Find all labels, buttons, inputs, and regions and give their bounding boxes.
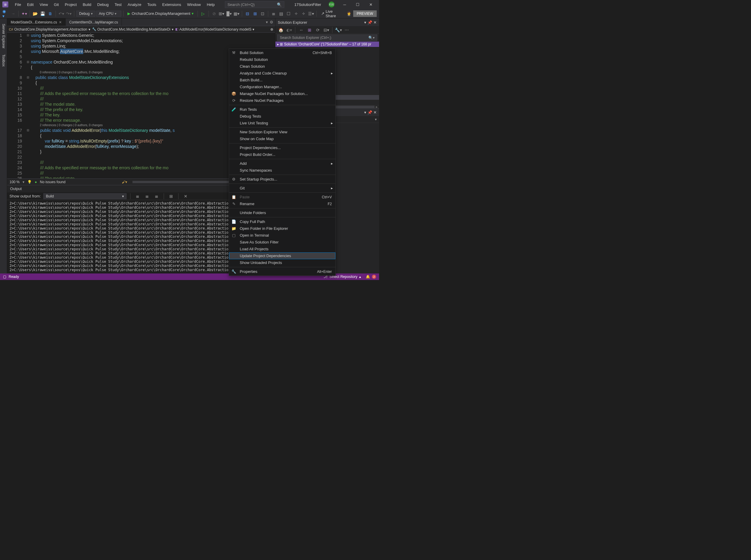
tb-icon-4[interactable]: ▦▾ — [233, 10, 240, 17]
live-share-button[interactable]: ↗ Live Share — [319, 9, 344, 18]
open-icon[interactable]: 📂 — [32, 10, 38, 17]
search-box[interactable]: Search (Ctrl+Q) 🔍 — [225, 1, 284, 8]
lightbulb-icon[interactable]: 💡 — [27, 180, 32, 184]
feedback-icon[interactable]: 🤵 — [345, 10, 352, 17]
ctx-rename[interactable]: ✎RenameF2 — [229, 200, 335, 207]
ctx-project-build-order-[interactable]: Project Build Order... — [229, 151, 335, 158]
menu-edit[interactable]: Edit — [24, 1, 37, 8]
tb-icon-1[interactable]: ⊘ — [211, 10, 217, 17]
ctx-live-unit-testing[interactable]: Live Unit Testing▸ — [229, 120, 335, 126]
tb-icon-8[interactable]: ≣ — [270, 10, 277, 17]
nav-forward-icon[interactable]: → — [10, 10, 16, 17]
output-tb-4[interactable]: ⊞ — [167, 193, 175, 200]
menu-tools[interactable]: Tools — [144, 1, 159, 8]
tb-icon-12[interactable]: ✧ — [300, 10, 307, 17]
tb-icon-13[interactable]: ☰▾ — [308, 10, 314, 17]
server-explorer-tab[interactable]: Server Explorer — [0, 21, 7, 52]
maximize-button[interactable]: ☐ — [352, 0, 363, 9]
tab-settings-icon[interactable]: ⚙ — [270, 20, 273, 24]
ctx-debug-tests[interactable]: Debug Tests — [229, 113, 335, 120]
se-close-icon[interactable]: ✕ — [373, 20, 377, 25]
ctx-save-as-solution-filter[interactable]: Save As Solution Filter — [229, 239, 335, 245]
ctx-load-all-projects[interactable]: Load All Projects — [229, 245, 335, 253]
undo-icon[interactable]: ↶▾ — [58, 10, 64, 17]
prop-pin-icon[interactable]: 📌 — [368, 110, 372, 115]
menu-extensions[interactable]: Extensions — [159, 1, 184, 8]
platform-dropdown[interactable]: Any CPU▾ — [96, 11, 121, 17]
output-tb-2[interactable]: ≣ — [143, 193, 151, 200]
close-icon[interactable]: ✕ — [59, 20, 62, 24]
notification-badge[interactable]: 2 — [372, 275, 376, 279]
se-search[interactable]: Search Solution Explorer (Ctrl+;) 🔍▾ — [277, 35, 377, 41]
tb-icon-6[interactable]: ⊞ — [252, 10, 258, 17]
ctx-clean-solution[interactable]: Clean Solution — [229, 63, 335, 70]
menu-view[interactable]: View — [37, 1, 51, 8]
ctx-manage-nuget-packages-for-solution-[interactable]: 📦Manage NuGet Packages for Solution... — [229, 90, 335, 97]
redo-icon[interactable]: ↷▾ — [65, 10, 72, 17]
bell-icon[interactable]: 🔔 — [366, 275, 370, 279]
solution-root[interactable]: ▸ ⊞ Solution 'OrchardCore' ('17SolutionF… — [275, 42, 379, 47]
menu-build[interactable]: Build — [80, 1, 94, 8]
menu-test[interactable]: Test — [112, 1, 125, 8]
ctx-restore-nuget-packages[interactable]: ⟳Restore NuGet Packages — [229, 97, 335, 104]
tb-icon-10[interactable]: ☐ — [285, 10, 292, 17]
menu-help[interactable]: Help — [204, 1, 218, 8]
new-project-icon[interactable]: ✦▾ — [21, 10, 27, 17]
menu-analyze[interactable]: Analyze — [124, 1, 144, 8]
ctx-open-in-terminal[interactable]: ▢Open in Terminal — [229, 232, 335, 239]
output-source-dropdown[interactable]: Build▾ — [43, 193, 126, 199]
preview-button[interactable]: PREVIEW — [353, 11, 377, 17]
ctx-show-on-code-map[interactable]: Show on Code Map — [229, 135, 335, 142]
menu-project[interactable]: Project — [62, 1, 80, 8]
ctx-analyze-and-code-cleanup[interactable]: Analyze and Code Cleanup▸ — [229, 70, 335, 77]
se-back-icon[interactable]: ◐▾ — [285, 26, 293, 34]
toolbox-tab[interactable]: Toolbox — [0, 52, 7, 69]
tb-icon-11[interactable]: ✧ — [293, 10, 299, 17]
start-no-debug-icon[interactable]: ▷ — [200, 10, 206, 17]
breadcrumb-bar[interactable]: C#OrchardCore.DisplayManagement.Abstract… — [7, 26, 275, 33]
tb-icon-5[interactable]: ⊟ — [244, 10, 251, 17]
se-sync-icon[interactable]: ↔ — [298, 26, 305, 34]
ctx-sync-namespaces[interactable]: Sync Namespaces — [229, 167, 335, 174]
prop-close-icon[interactable]: ✕ — [373, 110, 377, 115]
se-refresh-icon[interactable]: ⟳ — [314, 26, 321, 34]
ctx-git[interactable]: Git▸ — [229, 185, 335, 192]
ctx-project-dependencies-[interactable]: Project Dependencies... — [229, 144, 335, 151]
start-button[interactable]: ▶ OrchardCore.DisplayManagement ▾ — [126, 11, 195, 16]
menu-debug[interactable]: Debug — [94, 1, 112, 8]
ctx-batch-build-[interactable]: Batch Build... — [229, 77, 335, 83]
save-all-icon[interactable]: 🗎 — [47, 10, 54, 17]
brush-icon[interactable]: 🖌▾ — [122, 180, 127, 184]
minimize-button[interactable]: ─ — [339, 0, 351, 9]
ctx-show-unloaded-projects[interactable]: Show Unloaded Projects — [229, 259, 335, 266]
ctx-open-folder-in-file-explorer[interactable]: 📁Open Folder in File Explorer — [229, 225, 335, 232]
ctx-configuration-manager-[interactable]: Configuration Manager... — [229, 83, 335, 90]
ctx-update-project-dependencies[interactable]: Update Project Dependencies — [229, 253, 335, 259]
output-tb-5[interactable]: ✕ — [182, 193, 189, 200]
prop-dropdown-icon[interactable]: ▾ — [364, 110, 366, 115]
tab-tools-icon[interactable]: ▾ — [266, 20, 268, 24]
tb-icon-2[interactable]: ⊞▾ — [218, 10, 225, 17]
user-avatar[interactable]: KW — [329, 1, 335, 7]
se-collapse-icon[interactable]: ⊟▾ — [323, 26, 330, 34]
ctx-properties[interactable]: 🔧PropertiesAlt+Enter — [229, 268, 335, 275]
tab-inactive[interactable]: ContentItemDi...layManager.cs — [66, 18, 122, 26]
se-more-icon[interactable]: ⋯ — [343, 26, 350, 34]
ctx-run-tests[interactable]: 🧪Run Tests — [229, 106, 335, 113]
se-home-icon[interactable]: 🏠 — [277, 26, 284, 34]
ctx-set-startup-projects-[interactable]: ⚙Set Startup Projects... — [229, 176, 335, 183]
menu-window[interactable]: Window — [184, 1, 204, 8]
menu-git[interactable]: Git — [51, 1, 62, 8]
se-dropdown-icon[interactable]: ▾ — [364, 20, 366, 25]
save-icon[interactable]: 💾 — [40, 10, 46, 17]
close-button[interactable]: ✕ — [365, 0, 377, 9]
config-dropdown[interactable]: Debug▾ — [76, 11, 95, 17]
ctx-rebuild-solution[interactable]: Rebuild Solution — [229, 56, 335, 63]
output-tb-1[interactable]: ≣ — [134, 193, 141, 200]
tab-active[interactable]: ModelStateDi...Extensions.cs✕ — [7, 18, 66, 26]
se-pin-icon[interactable]: 📌 — [368, 20, 372, 25]
tb-icon-7[interactable]: ⊡ — [259, 10, 266, 17]
se-wrench-icon[interactable]: 🔧▾ — [335, 26, 342, 34]
ctx-new-solution-explorer-view[interactable]: New Solution Explorer View — [229, 128, 335, 135]
ctx-build-solution[interactable]: ⚒Build SolutionCtrl+Shift+B — [229, 49, 335, 56]
